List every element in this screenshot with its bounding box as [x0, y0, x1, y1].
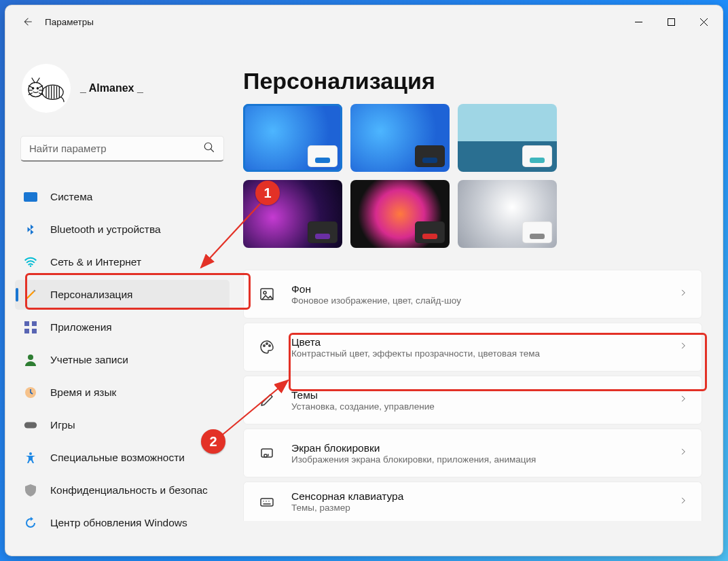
- svg-rect-10: [32, 329, 37, 333]
- nav-label: Специальные возможности: [50, 452, 185, 464]
- svg-point-2: [33, 88, 34, 89]
- accessibility-icon: [23, 450, 38, 465]
- nav-label: Время и язык: [50, 386, 116, 399]
- main-panel: Персонализация ФонФоновое изображение, ц…: [243, 38, 723, 556]
- svg-point-4: [42, 85, 63, 99]
- nav-label: Bluetooth и устройства: [50, 223, 161, 236]
- option-title: Фон: [291, 283, 663, 295]
- display-icon: [23, 189, 38, 204]
- theme-tile[interactable]: [458, 180, 557, 248]
- svg-point-6: [30, 266, 32, 268]
- window-controls: [622, 8, 720, 35]
- maximize-button[interactable]: [655, 8, 687, 35]
- update-icon: [23, 515, 38, 530]
- search-box[interactable]: [20, 136, 224, 162]
- sidebar-item-windowsupdate[interactable]: Центр обновления Windows: [15, 508, 230, 538]
- paintbrush-icon: [23, 287, 38, 302]
- page-title: Персонализация: [243, 68, 702, 94]
- theme-tile[interactable]: [243, 104, 342, 172]
- globe-clock-icon: [23, 385, 38, 400]
- option-row-keyboard[interactable]: Сенсорная клавиатураТемы, размер: [243, 482, 702, 521]
- avatar: [22, 64, 71, 113]
- shield-icon: [23, 483, 38, 498]
- nav-label: Игры: [50, 419, 75, 431]
- sidebar-item-gaming[interactable]: Игры: [15, 410, 230, 440]
- gamepad-icon: [23, 418, 38, 433]
- theme-preview: [308, 145, 338, 167]
- nav-list: Система Bluetooth и устройства Сеть & и …: [8, 181, 236, 539]
- search-input[interactable]: [29, 143, 203, 154]
- bluetooth-icon: [23, 222, 38, 237]
- option-row-lock[interactable]: Экран блокировкиИзображения экрана блоки…: [243, 429, 702, 477]
- minimize-button[interactable]: [622, 8, 655, 35]
- option-row-palette[interactable]: ЦветаКонтрастный цвет, эффекты прозрачно…: [243, 323, 702, 372]
- sidebar-item-timelanguage[interactable]: Время и язык: [15, 378, 230, 408]
- nav-label: Персонализация: [50, 289, 132, 301]
- pen-icon: [257, 391, 276, 410]
- sidebar-item-apps[interactable]: Приложения: [15, 312, 230, 342]
- options-list: ФонФоновое изображение, цвет, слайд-шоуЦ…: [243, 270, 702, 521]
- theme-preview: [308, 221, 338, 243]
- theme-tile[interactable]: [243, 180, 342, 248]
- chevron-right-icon: [678, 288, 688, 300]
- theme-preview: [415, 145, 445, 167]
- sidebar-item-privacy[interactable]: Конфиденциальность и безопас: [15, 475, 230, 505]
- svg-point-3: [37, 88, 38, 89]
- theme-preview: [522, 145, 552, 167]
- theme-tile[interactable]: [350, 104, 450, 172]
- nav-label: Приложения: [50, 321, 112, 333]
- theme-tile[interactable]: [458, 104, 557, 172]
- option-subtitle: Контрастный цвет, эффекты прозрачности, …: [291, 348, 663, 359]
- nav-label: Система: [50, 191, 92, 203]
- option-subtitle: Фоновое изображение, цвет, слайд-шоу: [291, 295, 663, 306]
- palette-icon: [257, 338, 276, 357]
- svg-point-5: [204, 143, 212, 150]
- chevron-right-icon: [678, 394, 688, 406]
- option-subtitle: Установка, создание, управление: [291, 401, 663, 412]
- svg-rect-13: [24, 422, 37, 428]
- option-title: Темы: [291, 389, 663, 401]
- svg-point-18: [266, 343, 268, 344]
- close-button[interactable]: [687, 8, 720, 35]
- profile-block[interactable]: _ Almanex _: [8, 38, 236, 125]
- nav-label: Конфиденциальность и безопас: [50, 484, 208, 496]
- user-name: _ Almanex _: [80, 82, 143, 94]
- option-title: Экран блокировки: [291, 442, 663, 454]
- svg-point-11: [28, 355, 33, 360]
- settings-window: Параметры: [5, 5, 723, 556]
- svg-point-14: [29, 452, 32, 455]
- image-icon: [257, 285, 276, 304]
- svg-rect-9: [24, 329, 29, 333]
- sidebar: _ Almanex _ Система Bluetooth и устройс: [5, 38, 243, 556]
- option-row-pen[interactable]: ТемыУстановка, создание, управление: [243, 376, 702, 424]
- svg-rect-21: [264, 454, 267, 457]
- option-subtitle: Изображения экрана блокировки, приложени…: [291, 454, 663, 465]
- search-icon: [203, 141, 215, 156]
- chevron-right-icon: [678, 447, 688, 459]
- back-button[interactable]: [14, 8, 41, 35]
- svg-point-16: [263, 291, 266, 294]
- option-title: Цвета: [291, 336, 663, 348]
- window-title: Параметры: [45, 17, 94, 27]
- svg-rect-22: [261, 499, 273, 506]
- theme-preview: [415, 221, 445, 243]
- sidebar-item-personalization[interactable]: Персонализация: [15, 280, 230, 310]
- option-subtitle: Темы, размер: [291, 503, 663, 513]
- svg-point-17: [263, 345, 265, 346]
- titlebar: Параметры: [5, 5, 723, 38]
- sidebar-item-system[interactable]: Система: [15, 182, 230, 212]
- themes-grid: [243, 104, 702, 248]
- person-icon: [23, 352, 38, 367]
- chevron-right-icon: [678, 341, 688, 353]
- theme-tile[interactable]: [350, 180, 450, 248]
- apps-icon: [23, 320, 38, 335]
- keyboard-icon: [257, 492, 276, 511]
- sidebar-item-accounts[interactable]: Учетные записи: [15, 345, 230, 375]
- sidebar-item-network[interactable]: Сеть & и Интернет: [15, 247, 230, 277]
- option-row-image[interactable]: ФонФоновое изображение, цвет, слайд-шоу: [243, 270, 702, 319]
- sidebar-item-accessibility[interactable]: Специальные возможности: [15, 443, 230, 473]
- svg-rect-7: [24, 321, 29, 326]
- sidebar-item-bluetooth[interactable]: Bluetooth и устройства: [15, 215, 230, 245]
- svg-rect-0: [668, 18, 674, 25]
- wifi-icon: [23, 255, 38, 270]
